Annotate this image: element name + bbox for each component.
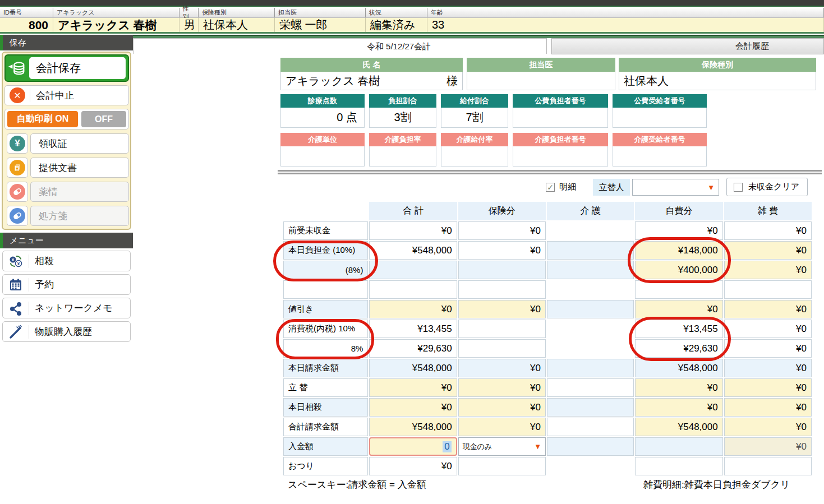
doctor-panel: 担当医 [467,58,615,90]
insurance-grid-value: 3割 [369,108,436,128]
menu-item-label-3: 物販購入履歴 [35,325,92,338]
billing-row-10: 合計請求金額¥548,000¥0¥548,000¥0 [283,418,812,436]
billing-row-0: 前受未収金¥0¥0¥0¥0 [283,221,812,240]
patient-bar-value-2: 男 [179,18,199,32]
pill-blue-icon [10,208,25,224]
mishukin-clear-option[interactable]: 未収金クリア [726,178,808,196]
billing-cell-5-2 [547,320,634,338]
receipt-button[interactable]: 領収証 [30,133,129,154]
tab-history-label: 会計履歴 [735,41,769,52]
cancel-accounting-button[interactable]: ✕ 会計中止 [4,85,129,105]
menu-item-label-1: 予約 [35,278,54,291]
row-label-4: 値引き [283,300,368,318]
payment-amount-input[interactable]: 0 [369,437,457,456]
payment-method-select[interactable]: 現金のみ▼ [458,437,546,456]
menu-item-3[interactable]: 物販購入履歴 [2,321,131,342]
billing-cell-9-0[interactable]: ¥0 [369,398,457,417]
insurance-grid-value [441,146,508,167]
menu-item-0[interactable]: ¥¥相殺 [2,251,131,271]
billing-cell-2-2 [547,261,634,279]
insurance-col: 介護受給者番号 [613,133,707,167]
billing-cell-2-4[interactable]: ¥0 [724,261,812,279]
doctor-panel-header: 担当医 [467,58,615,72]
billing-cell-10-0[interactable]: ¥548,000 [369,418,457,436]
prescription-button[interactable]: 処方箋 [30,206,129,226]
menu-item-label-0: 相殺 [35,255,54,267]
billing-cell-10-3[interactable]: ¥548,000 [635,418,722,436]
billing-cell-8-4[interactable]: ¥0 [724,378,812,397]
save-accounting-button[interactable]: 会計保存 [4,54,129,82]
billing-cell-7-1: ¥0 [458,359,546,377]
insurance-grid-value [613,108,707,128]
billing-cell-1-3[interactable]: ¥148,000 [635,241,722,260]
tab-accounting-history[interactable]: 会計履歴 [551,38,824,54]
billing-cell-8-1[interactable]: ¥0 [458,378,546,397]
insurance-grid-header: 介護単位 [280,133,365,146]
billing-cell-9-1[interactable]: ¥0 [458,398,546,417]
patient-bar-value-3: 社保本人 [199,18,275,32]
insurance-grid-header: 診療点数 [280,94,365,108]
insurance-panel-value: 社保本人 [619,72,816,90]
billing-cell-10-2 [547,418,634,436]
billing-row-11: 入金額0現金のみ▼¥0 [283,437,812,456]
column-header-5: 雑 費 [724,202,812,220]
billing-cell-10-4[interactable]: ¥0 [724,418,812,436]
billing-cell-2-0 [369,261,457,279]
menu-item-1[interactable]: 予約 [2,274,131,295]
billing-cell-4-3[interactable]: ¥0 [635,300,722,318]
insurance-col: 負担割合3割 [369,94,436,128]
insurance-grid-value: 0 点 [280,108,365,128]
patient-bar-label-0: ID番号 [0,8,53,17]
patient-bar-labels: ID番号アキラックス性別保険種別担当医状況年齢 [0,8,824,18]
autoprint-off-button[interactable]: OFF [81,111,126,127]
billing-cell-1-4[interactable]: ¥0 [724,241,812,260]
column-header-1: 合 計 [369,202,457,220]
yakujo-button[interactable]: 薬情 [30,182,129,202]
receipt-button-label: 領収証 [39,137,67,150]
billing-cell-2-3[interactable]: ¥400,000 [635,261,722,279]
billing-row-2: (8%)¥400,000¥0 [283,261,812,279]
cancel-button-label: 会計中止 [36,89,74,102]
triangle-down-icon: ▼ [707,183,715,192]
double-separator [278,170,822,174]
billing-cell-9-2 [547,398,634,417]
billing-cell-5-0: ¥13,455 [369,320,457,338]
insurance-grid-header: 公費負担者番号 [513,94,608,108]
patient-bar-label-4: 担当医 [275,8,366,17]
insurance-grid-value: 7割 [441,108,508,128]
meisai-checkbox[interactable]: ✓ [546,183,555,192]
provided-document-button[interactable]: 提供文書 [30,158,129,178]
billing-cell-10-1[interactable]: ¥0 [458,418,546,436]
billing-cell-4-2 [547,300,634,318]
billing-cell-9-4[interactable]: ¥0 [724,398,812,417]
row-label-12: おつり [283,457,368,475]
row-label-5: 消費税(内税) 10% [283,320,368,338]
billing-cell-4-0[interactable]: ¥0 [369,300,457,318]
autoprint-on-button[interactable]: 自動印刷 ON [7,111,78,127]
patient-bar-label-3: 保険種別 [199,8,275,17]
billing-table: 合 計保険分介 護自費分雑 費前受未収金¥0¥0¥0¥0本日負担金 (10%)¥… [283,202,812,477]
insurance-grid-value [513,108,608,128]
billing-cell-3-2 [547,280,634,299]
payment-method-value: 現金のみ [463,442,492,452]
menu-item-2[interactable]: ネットワークメモ [2,298,131,318]
billing-cell-11-3 [635,437,722,456]
billing-cell-8-3[interactable]: ¥0 [635,378,722,397]
row-label-6: 8% [283,339,368,358]
billing-row-12: おつり¥0 [283,457,812,475]
billing-cell-5-1 [458,320,546,338]
billing-cell-8-0[interactable]: ¥0 [369,378,457,397]
billing-cell-9-3[interactable]: ¥0 [635,398,722,417]
tatekae-dropdown[interactable]: ▼ [632,179,719,196]
billing-cell-6-2 [547,339,634,358]
divider [30,89,30,102]
mishukin-clear-checkbox[interactable] [734,183,743,192]
insurance-grid-header: 介護給付率 [441,133,508,146]
row-label-1: 本日負担金 (10%) [283,241,368,260]
billing-cell-4-1[interactable]: ¥0 [458,300,546,318]
triangle-down-icon: ▼ [534,442,541,451]
billing-cell-4-4[interactable]: ¥0 [724,300,812,318]
tab-current-accounting[interactable]: 令和 5/12/27会計 [133,38,547,54]
billing-cell-0-1: ¥0 [458,221,546,240]
insurance-panel-header: 保険種別 [619,58,816,72]
